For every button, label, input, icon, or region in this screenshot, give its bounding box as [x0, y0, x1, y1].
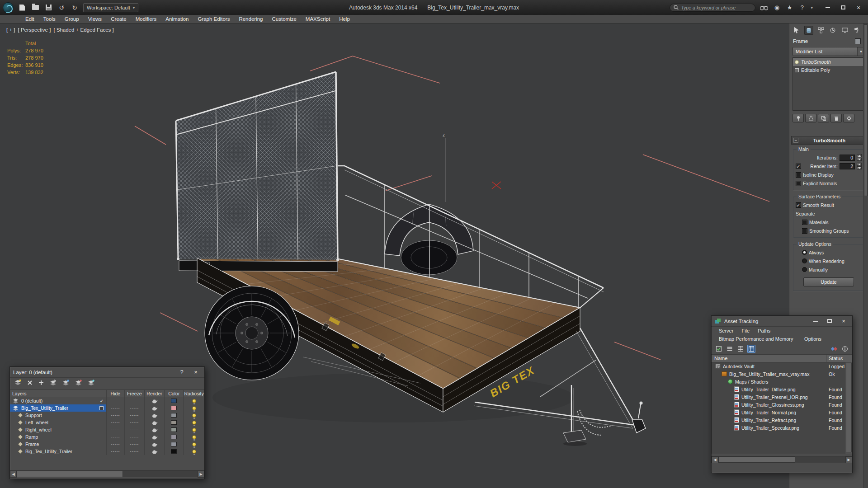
help-icon[interactable]: ?: [798, 4, 806, 11]
refresh-status-icon[interactable]: [715, 345, 723, 353]
freeze-toggle[interactable]: -----: [125, 441, 145, 448]
layer-horizontal-scrollbar[interactable]: ◀ ▶: [10, 470, 204, 477]
redo-button[interactable]: ↻: [70, 3, 79, 12]
object-row[interactable]: Left_wheel ----- -----: [10, 419, 204, 426]
command-panel-scrollbar[interactable]: [863, 23, 868, 488]
radiosity-toggle[interactable]: [184, 441, 204, 448]
update-button[interactable]: Update: [803, 277, 854, 286]
object-row[interactable]: Ramp ----- -----: [10, 433, 204, 441]
add-selected-to-layer-icon[interactable]: [38, 380, 44, 388]
hide-toggle[interactable]: -----: [107, 433, 125, 441]
object-color-swatch[interactable]: [855, 38, 861, 44]
create-new-layer-icon[interactable]: [14, 379, 22, 388]
search-input[interactable]: [681, 5, 751, 10]
freeze-toggle[interactable]: -----: [125, 426, 145, 433]
object-row[interactable]: Support ----- -----: [10, 412, 204, 419]
layer-window-titlebar[interactable]: Layer: 0 (default) ? ×: [10, 367, 204, 378]
always-radio[interactable]: [802, 250, 807, 255]
max-logo-icon[interactable]: [3, 2, 14, 13]
object-row[interactable]: Big_Tex_Utility_Trailer ----- -----: [10, 448, 204, 455]
freeze-toggle[interactable]: -----: [125, 412, 145, 419]
hide-all-layers-icon[interactable]: [75, 379, 82, 388]
radiosity-toggle[interactable]: [184, 448, 204, 455]
render-toggle[interactable]: [145, 441, 165, 448]
hierarchy-tab-icon[interactable]: [816, 26, 826, 35]
motion-tab-icon[interactable]: [828, 26, 837, 35]
asset-row[interactable]: Utility_Trailer_Glossiness.png Found: [712, 401, 845, 408]
hide-toggle[interactable]: -----: [107, 404, 125, 412]
hide-toggle[interactable]: -----: [107, 397, 125, 404]
binoculars-icon[interactable]: [760, 5, 768, 10]
list-view-icon[interactable]: [726, 345, 734, 353]
column-freeze[interactable]: Freeze: [125, 390, 145, 397]
menu-maxscript[interactable]: MAXScript: [301, 15, 335, 23]
object-color-swatch[interactable]: [165, 448, 184, 455]
layer-color-swatch[interactable]: [165, 404, 184, 412]
render-toggle[interactable]: [145, 419, 165, 426]
asset-row[interactable]: Utility_Trailer_Specular.png Found: [712, 424, 845, 432]
column-hide[interactable]: Hide: [107, 390, 125, 397]
asset-info-icon[interactable]: [841, 345, 849, 353]
radiosity-toggle[interactable]: [184, 419, 204, 426]
object-color-swatch[interactable]: [165, 433, 184, 441]
column-render[interactable]: Render: [145, 390, 165, 397]
smoothing-groups-checkbox[interactable]: [802, 228, 807, 234]
viewport-pov-menu[interactable]: [ Perspective ]: [18, 27, 51, 33]
highlight-selected-objects-layers-icon[interactable]: [62, 379, 70, 388]
menu-graph-editors[interactable]: Graph Editors: [193, 15, 234, 23]
freeze-toggle[interactable]: -----: [125, 404, 145, 412]
menu-customize[interactable]: Customize: [267, 15, 301, 23]
hide-toggle[interactable]: -----: [107, 441, 125, 448]
manually-radio[interactable]: [802, 267, 807, 272]
render-toggle[interactable]: [145, 448, 165, 455]
hide-toggle[interactable]: -----: [107, 448, 125, 455]
minimize-button[interactable]: [810, 317, 821, 325]
column-name[interactable]: Name: [712, 355, 826, 362]
asset-row[interactable]: Utility_Trailer_Diffuse.png Found: [712, 385, 845, 393]
undo-button[interactable]: ↺: [57, 3, 66, 12]
table-view-icon[interactable]: [747, 345, 755, 353]
column-status[interactable]: Status: [826, 355, 852, 362]
resolve-paths-icon[interactable]: [830, 345, 838, 353]
object-name-field[interactable]: Frame: [793, 38, 808, 44]
infocenter-search[interactable]: [670, 4, 755, 12]
menu-group[interactable]: Group: [60, 15, 84, 23]
render-iters-field[interactable]: 2: [840, 163, 855, 169]
isoline-display-checkbox[interactable]: [796, 172, 801, 178]
asset-row[interactable]: Maps / Shaders: [712, 378, 845, 385]
object-color-swatch[interactable]: [165, 441, 184, 448]
smooth-result-checkbox[interactable]: [796, 202, 801, 208]
radiosity-toggle[interactable]: [184, 397, 204, 404]
pin-stack-button[interactable]: [793, 114, 804, 122]
menu-tools[interactable]: Tools: [39, 15, 60, 23]
object-row[interactable]: Right_wheel ----- -----: [10, 426, 204, 433]
remove-modifier-button[interactable]: [830, 114, 842, 122]
save-file-button[interactable]: [44, 3, 53, 12]
asset-row[interactable]: Big_Tex_Utility_Trailer_max_vray.max Ok: [712, 370, 845, 378]
scrollbar-thumb[interactable]: [17, 471, 123, 477]
menu-animation[interactable]: Animation: [161, 15, 193, 23]
stack-item-editable-poly[interactable]: Editable Poly: [793, 66, 864, 74]
modifier-list-dropdown[interactable]: Modifier List ▾: [793, 47, 865, 56]
freeze-toggle[interactable]: -----: [125, 448, 145, 455]
modify-tab-icon[interactable]: [804, 26, 813, 35]
menu-help[interactable]: Help: [335, 15, 354, 23]
asset-horizontal-scrollbar[interactable]: ◀ ▶: [712, 456, 852, 463]
column-radiosity[interactable]: Radiosity: [184, 390, 204, 397]
radiosity-toggle[interactable]: [184, 433, 204, 441]
hide-toggle[interactable]: -----: [107, 419, 125, 426]
iterations-field[interactable]: 0: [840, 155, 855, 161]
show-end-result-button[interactable]: [805, 114, 816, 122]
menu-edit[interactable]: Edit: [21, 15, 39, 23]
configure-modifier-sets-button[interactable]: [843, 114, 854, 122]
viewport-general-menu[interactable]: [ + ]: [6, 27, 15, 33]
menu-create[interactable]: Create: [106, 15, 131, 23]
scroll-left-icon[interactable]: ◀: [10, 471, 17, 478]
radiosity-toggle[interactable]: [184, 404, 204, 412]
menu-options[interactable]: Options: [801, 336, 825, 342]
stack-item-turbosmooth[interactable]: TurboSmooth: [793, 58, 864, 66]
freeze-all-layers-icon[interactable]: [87, 379, 95, 388]
render-iters-spinner[interactable]: [857, 163, 862, 169]
maximize-button[interactable]: [836, 3, 850, 13]
render-toggle[interactable]: [145, 433, 165, 441]
